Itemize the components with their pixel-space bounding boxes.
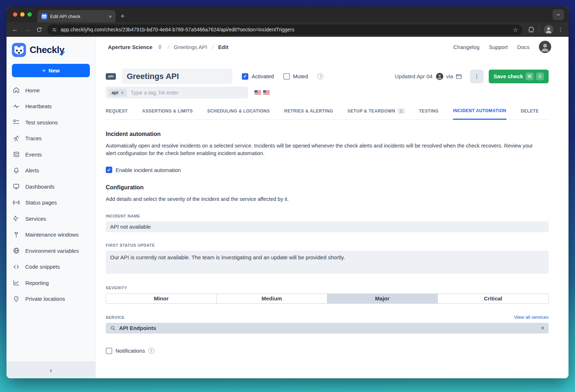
reload-button[interactable] [36, 27, 42, 33]
site-info-icon[interactable] [52, 27, 57, 32]
bell-icon [13, 167, 20, 174]
activated-checkbox[interactable] [242, 73, 248, 80]
changelog-link[interactable]: Changelog [453, 44, 480, 50]
monitor-icon [13, 183, 20, 190]
notifications-help-icon[interactable]: ? [148, 348, 154, 354]
kebab-icon [474, 74, 480, 79]
sidebar-item-home[interactable]: Home [6, 82, 95, 98]
breadcrumb-current-page: Edit [218, 44, 228, 50]
back-button[interactable]: ← [12, 26, 19, 33]
notifications-row[interactable]: Notifications ? [106, 348, 549, 354]
account-switcher[interactable]: Aperture Science [108, 44, 152, 50]
maintenance-icon [13, 231, 20, 238]
tab-close-icon[interactable]: × [109, 14, 112, 19]
new-tab-button[interactable]: + [121, 12, 125, 20]
checkly-favicon [41, 13, 47, 19]
incident-name-input[interactable] [106, 221, 549, 232]
tab-scheduling-locations[interactable]: SCHEDULING & LOCATIONS [207, 108, 270, 119]
minimize-window-button[interactable] [20, 12, 25, 17]
muted-checkbox[interactable] [283, 73, 290, 80]
remove-tag-icon[interactable]: × [121, 90, 124, 96]
checkmark-icon: ✓ [60, 49, 66, 58]
notifications-checkbox[interactable] [106, 348, 112, 354]
sidebar-item-traces[interactable]: Traces [6, 131, 95, 147]
browser-profile-avatar[interactable] [544, 25, 553, 34]
sidebar-item-code-snippets[interactable]: Code snippets [6, 259, 95, 275]
sidebar-item-events[interactable]: Events [6, 146, 95, 163]
tab-delete[interactable]: DELETE [521, 108, 539, 119]
checkly-logo[interactable]: Checkly✓ [6, 37, 95, 62]
sidebar-item-test-sessions[interactable]: Test sessions [6, 114, 95, 131]
user-avatar[interactable] [539, 41, 551, 53]
sidebar-item-heartbeats[interactable]: Heartbeats [6, 98, 95, 115]
bookmark-icon[interactable]: ☆ [513, 26, 518, 33]
service-value: API Endpoints [119, 325, 538, 331]
window-controls [13, 12, 32, 17]
account-switch-icon[interactable] [157, 44, 163, 50]
tab-request[interactable]: REQUEST [106, 108, 128, 119]
sidebar-item-maintenance-windows[interactable]: Maintenance windows [6, 227, 95, 243]
severity-label: SEVERITY [106, 286, 549, 290]
sidebar-item-reporting[interactable]: Reporting [6, 275, 95, 291]
sidebar-item-status-pages[interactable]: Status pages [6, 195, 95, 211]
incident-name-label: INCIDENT NAME [106, 214, 549, 218]
collapse-sidebar-button[interactable]: ‹ [50, 366, 52, 374]
sidebar-item-environment-variables[interactable]: Environment variables [6, 243, 95, 259]
muted-checkbox-row[interactable]: Muted [283, 73, 308, 80]
forward-button[interactable]: → [24, 26, 31, 33]
more-options-button[interactable] [470, 70, 484, 83]
tab-setup-teardown[interactable]: SETUP & TEARDOWN 1 [348, 108, 405, 119]
activated-checkbox-row[interactable]: Activated [242, 73, 274, 80]
sidebar-item-services[interactable]: Services [6, 211, 95, 227]
extensions-icon[interactable] [527, 26, 534, 33]
support-link[interactable]: Support [489, 44, 508, 50]
help-icon[interactable]: ? [317, 73, 323, 79]
enable-incident-automation-row[interactable]: Enable incident automation [106, 167, 549, 173]
sidebar-item-dashboards[interactable]: Dashboards [6, 179, 95, 195]
tab-retries-alerting[interactable]: RETRIES & ALERTING [284, 108, 333, 119]
browser-menu-button[interactable]: ⋮ [558, 26, 563, 33]
tab-search-button[interactable] [553, 9, 564, 20]
url-text[interactable]: app.checklyhq.com/checks/23b4791b-bd70-4… [61, 27, 509, 32]
chart-icon [13, 279, 20, 286]
enable-incident-automation-checkbox[interactable] [106, 167, 112, 173]
divider [539, 26, 539, 33]
sidebar-item-private-locations[interactable]: Private locations [6, 291, 95, 307]
severity-option-minor[interactable]: Minor [106, 294, 217, 303]
sidebar-item-alerts[interactable]: Alerts [6, 163, 95, 179]
sidebar: Checkly✓ + New Home Heartbeats Test sess… [6, 37, 96, 378]
save-check-button[interactable]: Save check ⌘ S [489, 70, 549, 83]
header-links: Changelog Support Docs [453, 41, 551, 53]
url-field[interactable]: app.checklyhq.com/checks/23b4791b-bd70-4… [47, 25, 522, 35]
docs-link[interactable]: Docs [517, 44, 530, 50]
severity-option-medium[interactable]: Medium [217, 294, 327, 303]
tag-placeholder: Type a tag, hit enter [131, 89, 179, 96]
tab-title: Edit API check [50, 14, 106, 19]
breadcrumb: Aperture Science / Greetings API / Edit [108, 44, 228, 50]
chrome-actions: ⋮ [527, 25, 563, 34]
close-window-button[interactable] [13, 12, 17, 17]
tab-testing[interactable]: TESTING [419, 108, 439, 119]
browser-tab[interactable]: Edit API check × [38, 10, 116, 22]
tab-assertions-limits[interactable]: ASSERTIONS & LIMITS [142, 108, 193, 119]
view-all-services-link[interactable]: View all services [514, 314, 549, 320]
maximize-window-button[interactable] [27, 12, 32, 17]
updated-by-avatar [436, 73, 443, 80]
new-button[interactable]: + New [12, 64, 90, 77]
heartbeat-icon [13, 103, 20, 110]
check-type-badge: API [106, 73, 116, 80]
first-status-update-textarea[interactable]: Our API is currently not available. The … [106, 251, 549, 274]
service-select[interactable]: API Endpoints × [106, 323, 549, 334]
checkly-logo-icon [12, 43, 26, 57]
breadcrumb-check-link[interactable]: Greetings API [174, 44, 208, 50]
severity-option-major[interactable]: Major [327, 294, 438, 303]
section-title-configuration: Configuration [106, 184, 549, 191]
telescope-icon [13, 135, 20, 142]
tab-incident-automation[interactable]: INCIDENT AUTOMATION [453, 108, 506, 120]
browser-urlbar: ← → app.checklyhq.com/checks/23b4791b-bd… [6, 22, 569, 37]
check-name-input[interactable] [122, 69, 232, 84]
clear-service-icon[interactable]: × [541, 325, 544, 331]
incident-description: Automatically open and resolve incidents… [106, 142, 544, 157]
tag-input[interactable]: api × Type a tag, hit enter [106, 87, 248, 98]
severity-option-critical[interactable]: Critical [438, 294, 548, 303]
